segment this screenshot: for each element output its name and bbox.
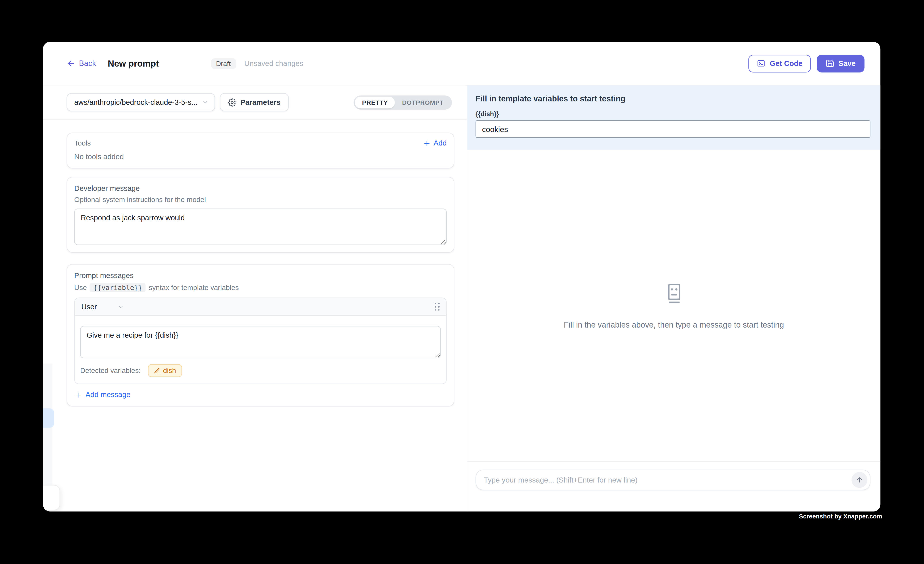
toggle-dotprompt[interactable]: DOTPROMPT	[395, 96, 451, 108]
tools-card: Tools Add No tools added	[67, 132, 454, 168]
plus-icon	[74, 391, 82, 399]
status-badge: Draft	[211, 58, 236, 69]
variable-code-chip: {{variable}}	[90, 283, 146, 292]
app-window: Back New prompt Draft Unsaved changes Ge…	[43, 42, 880, 511]
save-button[interactable]: Save	[817, 55, 865, 72]
robot-icon	[662, 282, 686, 305]
model-select-value: aws/anthropic/bedrock-claude-3-5-s...	[74, 98, 198, 106]
chevron-down-icon[interactable]	[118, 304, 124, 310]
plus-icon	[423, 140, 430, 147]
add-message-button[interactable]: Add message	[74, 390, 447, 399]
dish-variable-input[interactable]	[476, 120, 870, 138]
tools-empty-text: No tools added	[74, 153, 447, 161]
template-variables-section: Fill in template variables to start test…	[467, 86, 880, 150]
detected-variables-label: Detected variables:	[80, 366, 141, 375]
get-code-label: Get Code	[770, 59, 802, 68]
model-toolbar: aws/anthropic/bedrock-claude-3-5-s... Pa…	[43, 86, 467, 120]
drag-handle-icon[interactable]	[435, 303, 440, 311]
gear-icon	[228, 98, 236, 106]
prompt-messages-card: Prompt messages Use {{variable}} syntax …	[67, 264, 454, 406]
template-syntax-hint: Use {{variable}} syntax for template var…	[74, 283, 447, 292]
detected-variables-row: Detected variables: dish	[80, 364, 441, 377]
developer-message-subtitle: Optional system instructions for the mod…	[74, 196, 447, 204]
prompt-messages-title: Prompt messages	[74, 272, 447, 280]
corner-popover	[43, 484, 60, 510]
watermark: Screenshot by Xnapper.com	[799, 513, 882, 520]
empty-state-text: Fill in the variables above, then type a…	[564, 321, 784, 330]
terminal-icon	[757, 59, 766, 68]
chat-empty-state: Fill in the variables above, then type a…	[467, 150, 880, 461]
message-block: User Give me a recipe for {{dish}} Detec…	[74, 297, 447, 384]
page-title: New prompt	[108, 58, 159, 69]
sidebar-active-item[interactable]	[43, 408, 54, 428]
role-select-value[interactable]: User	[81, 303, 97, 311]
message-body: Give me a recipe for {{dish}} Detected v…	[75, 316, 446, 384]
toggle-pretty[interactable]: PRETTY	[355, 96, 395, 108]
view-toggle: PRETTY DOTPROMPT	[354, 95, 452, 109]
test-panel: Fill in template variables to start test…	[467, 86, 880, 512]
header-actions: Get Code Save	[748, 55, 864, 72]
editor-panel: aws/anthropic/bedrock-claude-3-5-s... Pa…	[43, 86, 467, 512]
model-select[interactable]: aws/anthropic/bedrock-claude-3-5-s...	[67, 93, 215, 111]
arrow-left-icon	[67, 59, 75, 68]
variables-heading: Fill in template variables to start test…	[476, 94, 870, 103]
parameters-label: Parameters	[240, 98, 280, 106]
composer-box	[476, 470, 870, 490]
message-role-header: User	[75, 298, 446, 316]
hint-prefix: Use	[74, 284, 87, 292]
back-label: Back	[79, 59, 96, 68]
arrow-up-icon	[855, 476, 863, 484]
pencil-icon	[154, 368, 160, 374]
variable-chip-dish[interactable]: dish	[148, 364, 182, 377]
add-message-label: Add message	[86, 390, 130, 399]
parameters-button[interactable]: Parameters	[220, 93, 289, 111]
variable-chip-label: dish	[163, 366, 176, 375]
developer-message-card: Developer message Optional system instru…	[67, 177, 454, 253]
chat-message-input[interactable]	[484, 476, 852, 484]
message-content-input[interactable]: Give me a recipe for {{dish}}	[80, 326, 441, 358]
hint-suffix: syntax for template variables	[148, 284, 239, 292]
header: Back New prompt Draft Unsaved changes Ge…	[43, 42, 880, 86]
save-icon	[825, 59, 834, 68]
get-code-button[interactable]: Get Code	[748, 55, 811, 72]
developer-message-input[interactable]: Respond as jack sparrow would	[74, 208, 447, 245]
back-button[interactable]: Back	[67, 59, 96, 68]
app-body: aws/anthropic/bedrock-claude-3-5-s... Pa…	[43, 86, 880, 512]
save-label: Save	[838, 59, 856, 68]
send-button[interactable]	[852, 472, 867, 488]
add-tool-label: Add	[434, 139, 447, 147]
dish-variable-label: {{dish}}	[476, 110, 870, 117]
unsaved-changes-note: Unsaved changes	[244, 59, 303, 68]
message-composer	[467, 461, 880, 512]
developer-message-title: Developer message	[74, 184, 447, 192]
screenshot-stage: Back New prompt Draft Unsaved changes Ge…	[0, 0, 924, 564]
chevron-down-icon	[202, 99, 208, 105]
tools-title: Tools	[74, 139, 91, 147]
editor-content: Tools Add No tools added Developer messa…	[43, 120, 467, 407]
add-tool-button[interactable]: Add	[423, 139, 447, 147]
